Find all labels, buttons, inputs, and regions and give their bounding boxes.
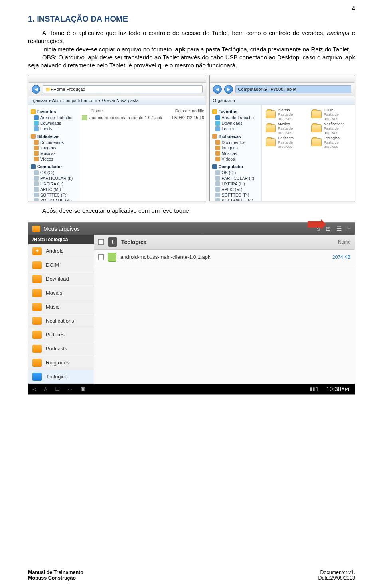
breadcrumb[interactable]: 📁▸ Home Produção xyxy=(43,85,203,93)
sidebar-computer[interactable]: Computador xyxy=(219,164,243,169)
folder-item[interactable]: MoviesPasta de arquivos xyxy=(266,122,308,135)
new-folder-icon[interactable]: ⊞ xyxy=(326,225,331,232)
screenshot-nav-icon[interactable]: ▣ xyxy=(81,386,85,392)
sidebar-item[interactable]: Locais xyxy=(40,126,52,131)
sidebar-item[interactable]: Downloads xyxy=(40,121,61,126)
folder-item[interactable]: NotificationsPasta de arquivos xyxy=(311,122,353,135)
folder-icon xyxy=(266,110,276,118)
sidebar-item[interactable]: OS (C:) xyxy=(40,170,55,175)
p1-text-b: backups xyxy=(327,29,349,36)
folder-type: Pasta de arquivos xyxy=(278,140,308,149)
sidebar-item[interactable]: OS (C:) xyxy=(222,170,236,175)
breadcrumb[interactable]: Computador\GT-P7500\Tablet xyxy=(235,85,351,93)
sort-label[interactable]: Nome xyxy=(338,239,351,245)
list-view-icon[interactable]: ☰ xyxy=(336,225,342,232)
folder-item[interactable]: TeclogicaPasta de arquivos xyxy=(311,136,353,149)
sidebar-folder[interactable]: Download xyxy=(28,272,94,286)
android-screenshot: Meus arquivos ⌂ ⊞ ☰ ≡ /Raiz/Teclogica An… xyxy=(28,222,355,395)
sidebar-libraries[interactable]: Bibliotecas xyxy=(37,134,59,139)
folder-name: Teclogica xyxy=(324,136,353,140)
sidebar-folder[interactable]: Pictures xyxy=(28,328,94,342)
explorer-toolbar[interactable]: rganizar ▾ Abrir Compartilhar com ▾ Grav… xyxy=(28,96,206,105)
nav-back-button[interactable]: ◀ xyxy=(213,85,222,94)
sidebar-item[interactable]: Área de Trabalho xyxy=(40,115,73,120)
home-nav-icon[interactable]: △ xyxy=(44,386,47,392)
drive-icon xyxy=(215,181,220,186)
menu-icon[interactable]: ≡ xyxy=(347,225,351,232)
folder-item[interactable]: PodcastsPasta de arquivos xyxy=(266,136,308,149)
column-name[interactable]: Nome xyxy=(82,108,175,113)
file-row[interactable]: android-mobuss-main-cliente-1.0.1.apk 13… xyxy=(82,114,204,121)
sidebar-libraries[interactable]: Bibliotecas xyxy=(219,134,241,139)
select-all-checkbox[interactable] xyxy=(98,239,104,245)
star-icon xyxy=(31,109,36,114)
sidebar-item[interactable]: SOFTWARE (S:) xyxy=(222,198,253,201)
sidebar-item[interactable]: Documentos xyxy=(40,140,64,145)
drive-icon xyxy=(215,176,220,181)
back-nav-icon[interactable]: ◅ xyxy=(32,386,36,392)
folder-grid: AlarmsPasta de arquivos DCIMPasta de arq… xyxy=(262,105,355,201)
sidebar-folder[interactable]: Music xyxy=(28,300,94,314)
paragraph-3: OBS: O arquivo .apk deve ser transferido… xyxy=(28,53,355,70)
sidebar-item[interactable]: LIXEIRA (L:) xyxy=(40,181,63,186)
sidebar-item[interactable]: PARTICULAR (I:) xyxy=(222,176,254,181)
explorer-window-right: ◀ ▶ Computador\GT-P7500\Tablet Organizar… xyxy=(209,75,355,201)
sidebar-item[interactable]: Músicas xyxy=(40,151,56,156)
sidebar-favorites[interactable]: Favoritos xyxy=(219,109,237,114)
folder-icon xyxy=(215,146,220,150)
sidebar-item[interactable]: Vídeos xyxy=(222,157,235,161)
file-row[interactable]: android-mobuss-main-cliente-1.0.1.apk 20… xyxy=(94,250,355,265)
sidebar-item[interactable]: LIXEIRA (L:) xyxy=(222,181,245,186)
sidebar-item[interactable]: Imagens xyxy=(40,146,56,150)
explorer-window-left: ◀ 📁▸ Home Produção rganizar ▾ Abrir Comp… xyxy=(28,75,206,201)
sidebar-item[interactable]: Músicas xyxy=(222,151,237,156)
p2-text-c: para a pasta Teclógica, criada previamen… xyxy=(186,46,351,53)
folder-item[interactable]: DCIMPasta de arquivos xyxy=(311,108,353,121)
section-heading: 1. INSTALAÇÃO DA HOME xyxy=(28,14,355,24)
sidebar-folder[interactable]: Ringtones xyxy=(28,356,94,370)
expand-nav-icon[interactable]: ︿ xyxy=(68,385,73,392)
sidebar-folder[interactable]: Android xyxy=(28,244,94,258)
sidebar-item[interactable]: SOFTTEC (P:) xyxy=(222,193,249,197)
sidebar-favorites[interactable]: Favoritos xyxy=(37,109,56,114)
folder-icon xyxy=(32,331,42,339)
column-date[interactable]: Data de modific xyxy=(175,108,204,113)
explorer-sidebar: Favoritos Área de Trabalho Downloads Loc… xyxy=(210,105,262,201)
sidebar-item[interactable]: APLIC (M:) xyxy=(222,187,243,192)
nav-back-button[interactable]: ◀ xyxy=(32,85,40,94)
sidebar-folder-active[interactable]: Teclogica xyxy=(28,370,94,384)
sidebar-item[interactable]: Vídeos xyxy=(40,157,53,161)
drive-icon xyxy=(34,176,39,181)
sidebar-folder[interactable]: DCIM xyxy=(28,258,94,272)
sidebar-item[interactable]: Downloads xyxy=(222,121,243,126)
sidebar-item[interactable]: Locais xyxy=(222,126,234,131)
folder-type: Pasta de arquivos xyxy=(324,126,353,135)
sidebar-item[interactable]: Área de Trabalho xyxy=(222,115,254,120)
annotation-arrow-icon xyxy=(308,221,321,228)
p2-text-a: Inicialmente deve-se copiar o arquivo no… xyxy=(42,46,175,53)
sidebar-item[interactable]: SOFTTEC (P:) xyxy=(40,193,68,197)
sidebar-item[interactable]: SOFTWARE (S:) xyxy=(40,198,72,201)
sidebar-folder[interactable]: Podcasts xyxy=(28,342,94,356)
nav-forward-button[interactable]: ▶ xyxy=(224,85,233,94)
folder-icon xyxy=(32,289,42,297)
drive-icon xyxy=(215,198,220,201)
row-checkbox[interactable] xyxy=(98,254,104,260)
sidebar-item[interactable]: Documentos xyxy=(222,140,245,145)
sidebar-item[interactable]: PARTICULAR (I:) xyxy=(40,176,73,181)
sidebar-folder[interactable]: Notifications xyxy=(28,314,94,328)
folder-icon xyxy=(32,261,42,269)
up-folder-button[interactable]: t xyxy=(108,237,117,247)
folder-item[interactable]: AlarmsPasta de arquivos xyxy=(266,108,308,121)
sidebar-folder[interactable]: Movies xyxy=(28,286,94,300)
folder-icon xyxy=(34,157,39,161)
recents-nav-icon[interactable]: ❐ xyxy=(55,386,60,392)
folder-icon xyxy=(32,303,42,311)
explorer-toolbar[interactable]: Organizar ▾ xyxy=(210,96,355,105)
paragraph-after: Após, deve-se executar o aplicativo com … xyxy=(28,207,355,215)
explorer-screenshot: ◀ 📁▸ Home Produção rganizar ▾ Abrir Comp… xyxy=(28,75,355,201)
sidebar-computer[interactable]: Computador xyxy=(37,164,62,169)
folder-label: Android xyxy=(46,248,64,254)
sidebar-item[interactable]: APLIC (M:) xyxy=(40,187,61,192)
sidebar-item[interactable]: Imagens xyxy=(222,146,238,150)
